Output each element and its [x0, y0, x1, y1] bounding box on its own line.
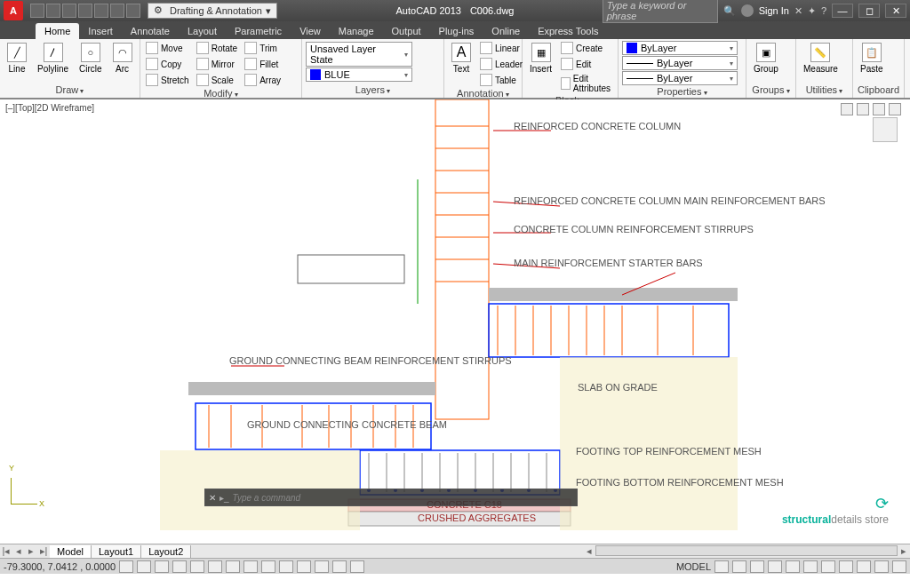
- command-input[interactable]: Type a command: [233, 493, 301, 503]
- table-button[interactable]: Table: [478, 73, 524, 87]
- tab-layout[interactable]: Layout: [179, 23, 226, 39]
- status-layout-icon[interactable]: [714, 560, 729, 573]
- copy-button[interactable]: Copy: [144, 57, 191, 71]
- polar-toggle[interactable]: [172, 560, 187, 573]
- hardware-accel-icon[interactable]: [857, 560, 871, 573]
- layout-prev-icon[interactable]: ◂: [12, 545, 25, 557]
- panel-draw-label[interactable]: Draw: [56, 84, 84, 95]
- tab-output[interactable]: Output: [383, 23, 430, 39]
- workspace-dropdown[interactable]: ⚙ Drafting & Annotation ▾: [148, 3, 277, 19]
- close-button[interactable]: ✕: [885, 4, 906, 18]
- qat-open-icon[interactable]: [46, 4, 60, 18]
- minimize-button[interactable]: —: [832, 4, 853, 18]
- circle-button[interactable]: ○Circle: [76, 41, 106, 75]
- annoscale-icon[interactable]: [768, 560, 782, 573]
- current-layer-dropdown[interactable]: BLUE: [306, 68, 412, 82]
- command-line[interactable]: ✕ ▸_ Type a command: [204, 489, 578, 506]
- annoauto-icon[interactable]: [803, 560, 818, 573]
- otrack-toggle[interactable]: [226, 560, 240, 573]
- edit-block-button[interactable]: Edit: [559, 57, 615, 71]
- trim-button[interactable]: Trim: [243, 41, 283, 55]
- tab-online[interactable]: Online: [483, 23, 529, 39]
- tab-plugins[interactable]: Plug-ins: [430, 23, 483, 39]
- layout-last-icon[interactable]: ▸|: [37, 545, 50, 557]
- create-block-button[interactable]: Create: [559, 41, 615, 55]
- qat-redo-icon[interactable]: [126, 4, 140, 18]
- object-color-dropdown[interactable]: ByLayer: [622, 41, 738, 55]
- model-space-label[interactable]: MODEL: [676, 561, 711, 572]
- polyline-button[interactable]: 〳Polyline: [34, 41, 72, 75]
- ortho-toggle[interactable]: [155, 560, 169, 573]
- signin-button[interactable]: Sign In: [759, 5, 789, 16]
- tab-parametric[interactable]: Parametric: [226, 23, 291, 39]
- tab-insert[interactable]: Insert: [79, 23, 122, 39]
- panel-properties-label[interactable]: Properties: [657, 86, 706, 97]
- annovis-icon[interactable]: [786, 560, 800, 573]
- tab-home[interactable]: Home: [36, 23, 79, 39]
- qat-save-icon[interactable]: [62, 4, 76, 18]
- panel-layers-label[interactable]: Layers: [355, 84, 390, 95]
- qv-layouts-icon[interactable]: [732, 560, 746, 573]
- stayconnected-icon[interactable]: ✦: [808, 5, 816, 17]
- lineweight-dropdown[interactable]: ByLayer: [622, 56, 738, 70]
- array-button[interactable]: Array: [243, 73, 283, 87]
- insert-button[interactable]: ▦Insert: [526, 41, 555, 75]
- hscrollbar[interactable]: [595, 545, 898, 556]
- ducs-toggle[interactable]: [243, 560, 258, 573]
- tpy-toggle[interactable]: [297, 560, 311, 573]
- dyn-toggle[interactable]: [261, 560, 275, 573]
- ws-switch-icon[interactable]: [821, 560, 835, 573]
- isolate-icon[interactable]: [874, 560, 889, 573]
- hscroll-left-icon[interactable]: ◂: [583, 545, 595, 557]
- qat-plot-icon[interactable]: [94, 4, 108, 18]
- leader-button[interactable]: Leader: [478, 57, 524, 71]
- linetype-dropdown[interactable]: ByLayer: [622, 71, 738, 85]
- cleanscreen-icon[interactable]: [892, 560, 906, 573]
- measure-button[interactable]: 📏Measure: [800, 41, 842, 75]
- am-toggle[interactable]: [350, 560, 364, 573]
- move-button[interactable]: Move: [144, 41, 191, 55]
- panel-annotation-label[interactable]: Annotation: [457, 88, 509, 99]
- drawing-area[interactable]: [–][Top][2D Wireframe]: [0, 99, 910, 558]
- tab-expresstools[interactable]: Express Tools: [529, 23, 607, 39]
- qat-undo-icon[interactable]: [110, 4, 124, 18]
- stretch-button[interactable]: Stretch: [144, 73, 191, 87]
- qat-new-icon[interactable]: [30, 4, 44, 18]
- group-button[interactable]: ▣Group: [750, 41, 782, 75]
- osnap-toggle[interactable]: [190, 560, 204, 573]
- toolbar-lock-icon[interactable]: [839, 560, 853, 573]
- scale-button[interactable]: Scale: [195, 73, 239, 87]
- tab-manage[interactable]: Manage: [330, 23, 383, 39]
- panel-clipboard-label[interactable]: Clipboard: [858, 84, 899, 95]
- cmd-close-icon[interactable]: ✕: [209, 493, 216, 503]
- help-icon[interactable]: ?: [821, 5, 826, 16]
- text-button[interactable]: AText: [448, 41, 475, 75]
- tab-model[interactable]: Model: [50, 545, 92, 558]
- 3dosnap-toggle[interactable]: [208, 560, 222, 573]
- snap-toggle[interactable]: [119, 560, 133, 573]
- qat-saveas-icon[interactable]: [78, 4, 92, 18]
- panel-modify-label[interactable]: Modify: [204, 88, 238, 99]
- tab-annotate[interactable]: Annotate: [122, 23, 179, 39]
- qv-drawings-icon[interactable]: [750, 560, 764, 573]
- search-icon[interactable]: 🔍: [723, 5, 736, 17]
- layout-first-icon[interactable]: |◂: [0, 545, 12, 557]
- help-search-input[interactable]: Type a keyword or phrase: [603, 0, 718, 23]
- sc-toggle[interactable]: [332, 560, 347, 573]
- grid-toggle[interactable]: [137, 560, 151, 573]
- exchange-icon[interactable]: ✕: [794, 5, 802, 17]
- panel-utilities-label[interactable]: Utilities: [806, 84, 843, 95]
- paste-button[interactable]: 📋Paste: [857, 41, 887, 75]
- hscroll-right-icon[interactable]: ▸: [898, 545, 910, 557]
- layout-next-icon[interactable]: ▸: [25, 545, 37, 557]
- rotate-button[interactable]: Rotate: [195, 41, 239, 55]
- mirror-button[interactable]: Mirror: [195, 57, 239, 71]
- panel-groups-label[interactable]: Groups: [752, 84, 789, 95]
- maximize-button[interactable]: ◻: [858, 4, 880, 18]
- tab-view[interactable]: View: [291, 23, 330, 39]
- lwt-toggle[interactable]: [279, 560, 293, 573]
- tab-layout2[interactable]: Layout2: [141, 545, 191, 558]
- edit-attributes-button[interactable]: Edit Attributes: [559, 73, 615, 94]
- app-logo[interactable]: A: [4, 1, 23, 20]
- layer-state-dropdown[interactable]: Unsaved Layer State: [306, 42, 412, 67]
